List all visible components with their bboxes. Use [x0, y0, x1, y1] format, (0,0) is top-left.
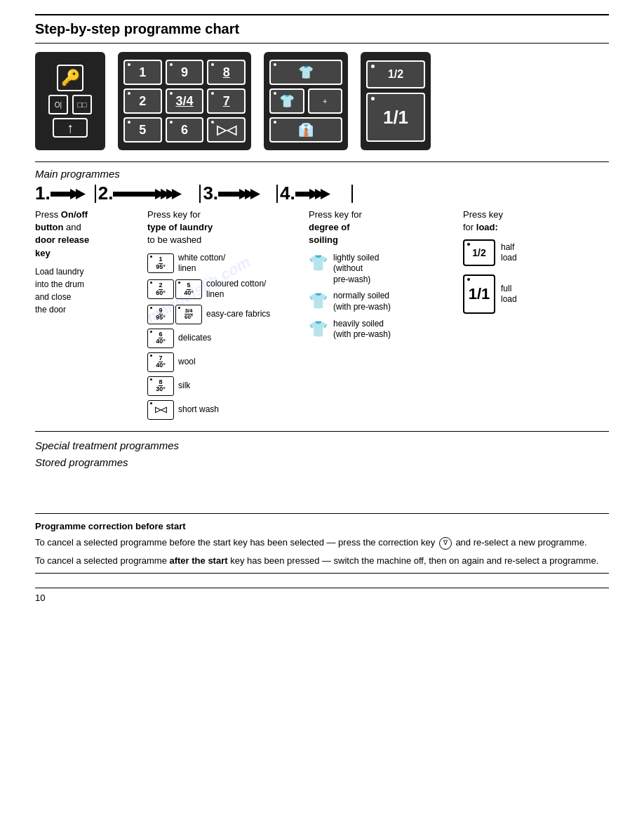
svg-rect-3	[113, 192, 155, 197]
page-title: Step-by-step programme chart	[35, 21, 609, 37]
prog-badge-4: 6 40°	[147, 329, 174, 348]
step-3-num: 3.	[203, 183, 218, 204]
diagrams-divider	[35, 161, 609, 162]
svg-rect-0	[51, 192, 70, 197]
load-half-cell: 1/2	[366, 60, 425, 88]
footer-para1b: and re-select a new programme.	[455, 537, 586, 548]
prog-label-5: wool	[178, 357, 196, 368]
step-1-arrow	[51, 186, 93, 201]
shirt-icon-2: 👕	[309, 292, 328, 310]
fabric-1: 👕	[269, 60, 342, 85]
load-full-cell: 1/1	[366, 93, 425, 142]
prog-badge-2a: 2 60°	[147, 279, 174, 299]
soil-item-2: 👕 normally soiled(with pre-wash)	[309, 291, 456, 312]
num-5: 5	[123, 117, 162, 143]
num-9: 9	[166, 60, 204, 85]
prog-badge-3a: 9 95°	[147, 305, 174, 324]
step-1-detail: Press On/offbutton and door releasekey L…	[35, 208, 147, 424]
prog-item-1: 1 95° white cotton/linen	[147, 253, 302, 274]
step-3-detail: Press key fordegree ofsoiling 👕 lightly …	[309, 208, 463, 424]
step-4-detail: Press keyfor load: 1/2 halfload 1/1 full…	[463, 208, 568, 424]
special-line2: Stored programmes	[35, 454, 609, 471]
onoff-row: O| □□	[48, 95, 92, 114]
load-text-full: fullload	[501, 284, 517, 305]
step-4-header: Press keyfor load:	[463, 208, 561, 234]
prog-badge-5: 7 40°	[147, 352, 174, 372]
load-panel: 1/2 1/1	[366, 60, 425, 142]
shirt-icon-3: 👕	[309, 320, 328, 338]
footer-para1-text: To cancel a selected programme before th…	[35, 537, 435, 548]
prog-label-2: coloured cotton/linen	[206, 279, 266, 300]
steps-row: 1. 2. 3. 4.	[35, 183, 609, 204]
step-2-bold: type of laundry	[147, 222, 213, 232]
soil-label-2: normally soiled(with pre-wash)	[333, 291, 391, 312]
special-line1: Special treatment programmes	[35, 437, 609, 454]
footer-section: Programme correction before start To can…	[35, 513, 609, 567]
step-3-header: Press key fordegree ofsoiling	[309, 208, 456, 247]
prog-item-2: 2 60° 5 40° coloured cotton/linen	[147, 279, 302, 300]
svg-rect-8	[218, 192, 239, 197]
diagrams-row: 🔑 O| □□ ↑ 1 9 8 2 3/4 7 5 6 ▷◁ 👕 👕 +	[35, 52, 609, 150]
num-shortcycle: ▷◁	[207, 117, 246, 143]
footer-para2: To cancel a selected programme after the…	[35, 554, 609, 568]
step-1-bold1: On/offbutton	[35, 209, 88, 232]
prog-label-6: silk	[178, 380, 190, 392]
diagram-panel-4: 1/2 1/1	[361, 52, 431, 150]
num-1: 1	[123, 60, 162, 85]
step-4-bold: load:	[476, 222, 498, 232]
fabric-2: 👕	[269, 88, 304, 114]
prog-badge-7: ▷◁	[147, 400, 174, 420]
shirt-icon-1: 👕	[309, 254, 328, 272]
correction-symbol: ∇	[439, 537, 452, 550]
step-2-arrow	[113, 186, 197, 201]
step-4-end	[351, 185, 353, 203]
main-programmes-label: Main programmes	[35, 168, 609, 180]
diagram-panel-2: 1 9 8 2 3/4 7 5 6 ▷◁	[118, 52, 251, 150]
step-1-header: Press On/offbutton and door releasekey	[35, 208, 140, 260]
load-text-half: halfload	[501, 242, 517, 264]
load-badge-half: 1/2	[463, 239, 495, 266]
step-1-divider	[95, 185, 96, 203]
footer-para2-post: key has been pressed — switch the machin…	[228, 555, 599, 566]
prog-item-4: 6 40° delicates	[147, 329, 302, 348]
step-2-detail: Press key fortype of laundryto be washed…	[147, 208, 309, 424]
prog-item-3: 9 95° 3/4 60° easy-care fabrics	[147, 305, 302, 324]
step-1-subtext: Load laundryinto the drumand closethe do…	[35, 265, 140, 316]
footer-title: Programme correction before start	[35, 521, 609, 531]
load-item-full: 1/1 fullload	[463, 274, 561, 314]
steps-details: Press On/offbutton and door releasekey L…	[35, 208, 609, 424]
soil-label-1: lightly soiled(withoutpre-wash)	[333, 253, 379, 286]
step-1-num: 1.	[35, 183, 51, 204]
fabric-3: 👔	[269, 117, 342, 143]
number-grid: 1 9 8 2 3/4 7 5 6 ▷◁	[123, 60, 246, 143]
footer-para1: To cancel a selected programme before th…	[35, 536, 609, 550]
top-border	[35, 14, 609, 15]
load-badge-full: 1/1	[463, 274, 495, 314]
step-2-num: 2.	[98, 183, 114, 204]
step-3-arrow	[218, 186, 274, 201]
title-divider	[35, 43, 609, 44]
page-number: 10	[35, 588, 609, 603]
special-divider	[35, 431, 609, 432]
step-4-arrow	[295, 186, 351, 201]
load-item-half: 1/2 halfload	[463, 239, 561, 266]
svg-rect-12	[295, 192, 309, 197]
num-2: 2	[123, 88, 162, 114]
fabric-grid: 👕 👕 + 👔	[269, 60, 342, 143]
soil-item-1: 👕 lightly soiled(withoutpre-wash)	[309, 253, 456, 286]
off-symbol: □□	[72, 95, 92, 114]
prog-label-7: short wash	[178, 404, 219, 416]
num-6: 6	[166, 117, 204, 143]
prog-item-7: ▷◁ short wash	[147, 400, 302, 420]
prog-badge-1: 1 95°	[147, 253, 174, 273]
step-4-num: 4.	[280, 183, 295, 204]
diagram-panel-1: 🔑 O| □□ ↑	[35, 52, 105, 150]
step-2-header: Press key fortype of laundryto be washed	[147, 208, 302, 247]
prog-badge-2b: 5 40°	[175, 279, 202, 299]
fabric-row-2: 👕 +	[269, 88, 342, 114]
svg-marker-11	[250, 189, 260, 199]
svg-marker-2	[76, 189, 86, 199]
fabric-2b: +	[308, 88, 343, 114]
num-7: 7	[207, 88, 246, 114]
prog-badge-6: 8 30°	[147, 376, 174, 396]
